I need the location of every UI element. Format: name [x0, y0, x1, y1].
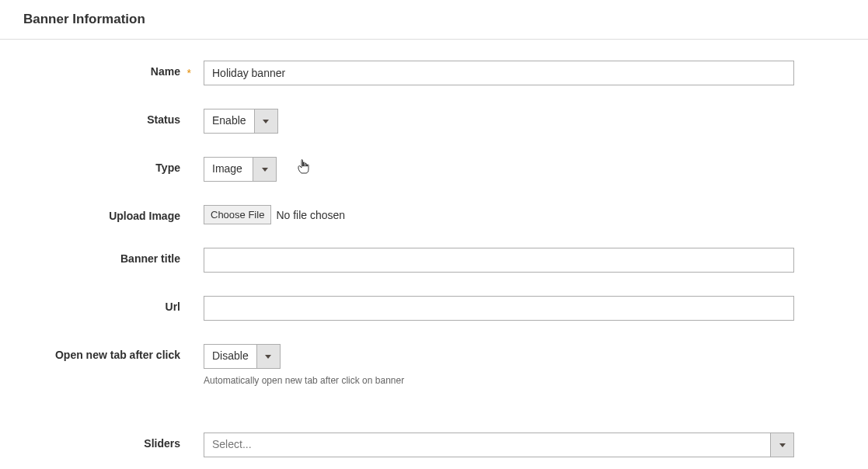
- row-type: Type Image: [0, 145, 868, 193]
- label-banner-title: Banner title: [0, 248, 204, 265]
- row-url: Url: [0, 284, 868, 332]
- file-status-text: No file chosen: [276, 209, 345, 221]
- sliders-select-placeholder: Select...: [204, 433, 770, 457]
- label-sliders-text: Sliders: [144, 437, 180, 450]
- label-name: Name *: [0, 61, 204, 78]
- label-name-text: Name: [151, 65, 180, 78]
- type-select-value: Image: [204, 158, 253, 181]
- row-sliders: Sliders Select...: [0, 421, 868, 469]
- svg-marker-2: [265, 355, 271, 359]
- dropdown-arrow-icon: [254, 109, 277, 133]
- label-url: Url: [0, 296, 204, 313]
- row-upload-image: Upload Image Choose File No file chosen: [0, 193, 868, 236]
- label-upload-image-text: Upload Image: [109, 210, 180, 222]
- type-select[interactable]: Image: [204, 157, 277, 182]
- label-open-new-tab-text: Open new tab after click: [55, 349, 180, 361]
- label-type-text: Type: [155, 162, 180, 174]
- dropdown-arrow-icon: [253, 158, 276, 181]
- dropdown-arrow-icon: [770, 433, 793, 457]
- row-status: Status Enable: [0, 97, 868, 145]
- row-open-new-tab: Open new tab after click Disable Automat…: [0, 332, 868, 398]
- label-type: Type: [0, 157, 204, 174]
- label-sliders: Sliders: [0, 433, 204, 450]
- name-input[interactable]: [204, 61, 794, 85]
- label-url-text: Url: [166, 301, 180, 313]
- dropdown-arrow-icon: [256, 345, 280, 368]
- svg-marker-1: [262, 168, 268, 172]
- sliders-select[interactable]: Select...: [204, 433, 794, 457]
- status-select[interactable]: Enable: [204, 109, 278, 134]
- label-status-text: Status: [147, 113, 180, 126]
- open-new-tab-select[interactable]: Disable: [204, 344, 281, 369]
- banner-title-input[interactable]: [204, 248, 794, 273]
- label-upload-image: Upload Image: [0, 205, 204, 222]
- open-new-tab-helper: Automatically open new tab after click o…: [204, 375, 810, 386]
- row-banner-title: Banner title: [0, 236, 868, 284]
- label-status: Status: [0, 109, 204, 126]
- open-new-tab-select-value: Disable: [204, 345, 256, 368]
- svg-marker-0: [263, 120, 269, 123]
- required-asterisk-icon: *: [187, 67, 191, 79]
- svg-marker-3: [779, 443, 786, 447]
- section-title: Banner Information: [0, 0, 868, 40]
- choose-file-button[interactable]: Choose File: [204, 205, 271, 224]
- row-name: Name *: [0, 49, 868, 97]
- url-input[interactable]: [204, 296, 794, 321]
- label-open-new-tab: Open new tab after click: [0, 344, 204, 361]
- label-banner-title-text: Banner title: [120, 252, 180, 265]
- status-select-value: Enable: [204, 109, 254, 133]
